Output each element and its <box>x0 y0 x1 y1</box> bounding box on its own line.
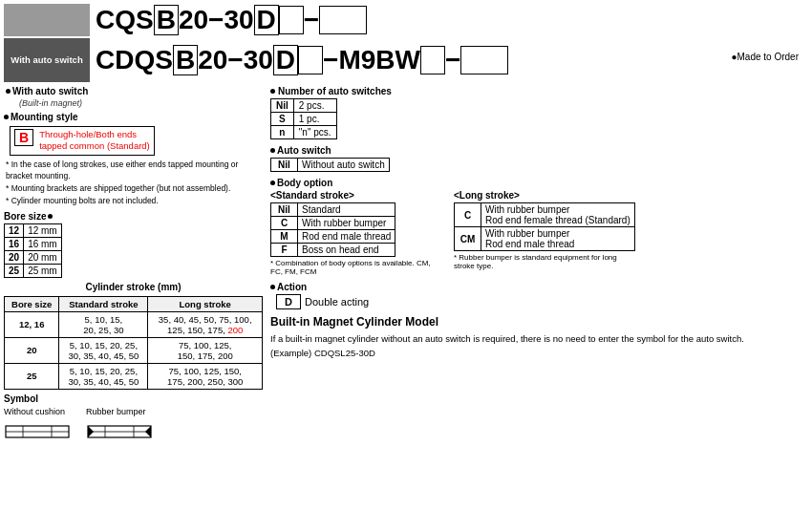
cdqs-20: 20 <box>198 47 227 74</box>
cdqs-box2 <box>420 46 445 74</box>
stroke-table: Bore size Standard stroke Long stroke 12… <box>4 296 263 390</box>
cdqs-30: 30 <box>244 47 273 74</box>
standard-stroke-body: <Standard stroke> NilStandard CWith rubb… <box>270 190 442 276</box>
standard-b: B <box>154 5 179 36</box>
cdqs-b: B <box>173 45 198 76</box>
num-switches-table: Nil2 pcs. S1 pc. n"n" pcs. <box>270 98 337 139</box>
svg-marker-9 <box>145 426 151 437</box>
standard-dash2: − <box>304 7 319 33</box>
num-switches-section: Number of auto switches Nil2 pcs. S1 pc.… <box>270 86 392 139</box>
without-cushion: Without cushion <box>4 407 71 447</box>
made-to-order: ●Made to Order <box>731 52 799 62</box>
cdqs-box1 <box>298 46 323 74</box>
long-stroke-body: <Long stroke> CWith rubber bumperRod end… <box>454 190 635 270</box>
with-auto-switch-label: With auto switch <box>11 54 82 66</box>
mounting-notes: * In the case of long strokes, use eithe… <box>6 159 263 207</box>
mounting-style-title: Mounting style <box>4 112 263 122</box>
mounting-box: B Through-hole/Both endstapped common (S… <box>10 126 155 156</box>
action-section: Action D Double acting <box>270 282 808 309</box>
cdqs-dash1: − <box>227 47 243 74</box>
auto-switch-table: NilWithout auto switch <box>270 158 390 172</box>
std-note: * Combination of body options is availab… <box>270 259 442 276</box>
rubber-bumper: Rubber bumper <box>86 407 153 447</box>
builtin-title: Built-in Magnet Cylinder Model <box>270 315 808 329</box>
standard-d: D <box>254 5 279 36</box>
standard-box2 <box>319 6 367 34</box>
cdqs-dash3: − <box>445 47 460 74</box>
standard-prefix: CQS <box>96 7 154 33</box>
cdqs-m9bw: M9BW <box>338 47 420 74</box>
long-body-table: CWith rubber bumperRod end female thread… <box>454 202 635 251</box>
std-body-table: NilStandard CWith rubber bumper MRod end… <box>270 202 395 257</box>
standard-30d: 30 <box>224 7 253 33</box>
builtin-text: If a built-in magnet cylinder without an… <box>270 331 808 360</box>
action-key: D <box>276 294 301 309</box>
cdqs-dash2: − <box>323 47 338 74</box>
action-val: Double acting <box>305 296 369 308</box>
svg-marker-8 <box>88 426 94 437</box>
standard-dash1: − <box>208 7 224 33</box>
mounting-desc: Through-hole/Both endstapped common (Sta… <box>39 129 150 153</box>
auto-switch-section: Auto switch NilWithout auto switch <box>270 145 808 172</box>
bumper-svg <box>86 418 153 445</box>
cushion-svg-none <box>4 418 71 445</box>
standard-20: 20 <box>179 7 208 33</box>
cdqs-d: D <box>273 45 298 76</box>
body-option-section: Body option <Standard stroke> NilStandar… <box>270 178 808 276</box>
bore-size-label: Bore size <box>4 211 263 222</box>
builtin-section: Built-in Magnet Cylinder Model If a buil… <box>270 315 808 360</box>
main-container: CQS B 20 − 30 D − With auto switch CDQS … <box>0 0 812 451</box>
stroke-title: Cylinder stroke (mm) <box>4 282 263 292</box>
long-note: * Rubber bumper is standard equipment fo… <box>454 253 626 270</box>
cdqs-prefix: CDQS <box>96 47 173 74</box>
symbol-section: Symbol Without cushion Rub <box>4 393 263 447</box>
auto-switch-ptr-label: With auto switch <box>6 86 263 96</box>
auto-switch-sub: (Built-in magnet) <box>19 98 263 108</box>
mounting-letter: B <box>14 129 33 146</box>
cdqs-box3 <box>460 46 508 74</box>
standard-box1 <box>279 6 304 34</box>
bore-size-table: 1212 mm 1616 mm 2020 mm 2525 mm <box>4 223 62 278</box>
